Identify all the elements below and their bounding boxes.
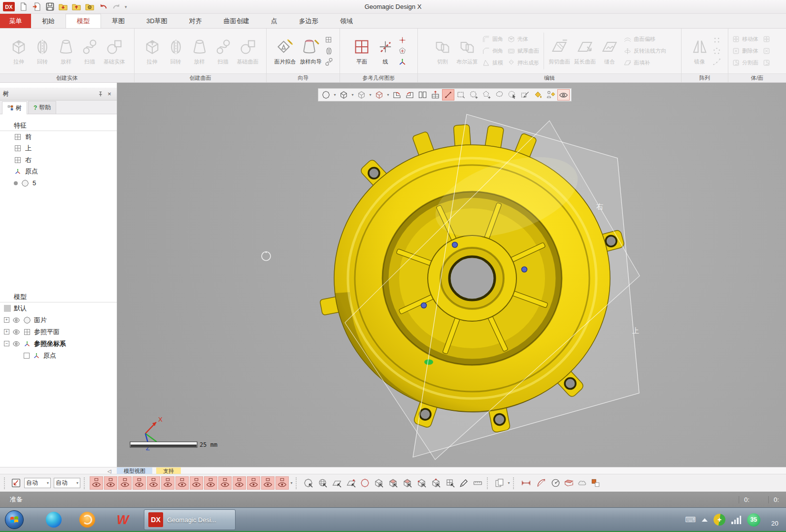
select-vertex-icon[interactable] [429, 476, 443, 490]
toggle-polygon-visibility-icon[interactable] [133, 476, 146, 490]
tab-align[interactable]: 对齐 [178, 14, 213, 28]
toggle-sketch-visibility-icon[interactable] [161, 476, 174, 490]
fill-face-button[interactable]: 面填补 [623, 58, 666, 68]
edge-browser-icon[interactable] [45, 511, 62, 528]
wps-office-icon[interactable]: W [114, 511, 131, 528]
keyboard-tray-icon[interactable]: ⌨ [685, 515, 696, 524]
select-edge-icon[interactable] [415, 476, 428, 490]
linear-pattern-icon[interactable] [712, 35, 721, 45]
dropdown-icon[interactable]: ▾ [386, 93, 390, 97]
tree-item-default[interactable]: 默认 [0, 302, 117, 314]
thicken-button[interactable]: 赋厚曲面 [507, 46, 539, 56]
extrude-wizard-icon[interactable] [324, 35, 334, 45]
toggle-surface-visibility-icon[interactable] [147, 476, 160, 490]
toggle-region-visibility-icon[interactable] [104, 476, 117, 490]
delete-face-icon[interactable] [762, 46, 771, 56]
toggle-3dsketch-visibility-icon[interactable] [175, 476, 189, 490]
fold-left-icon[interactable] [391, 89, 403, 100]
ref-polygon-icon[interactable] [398, 46, 407, 56]
collapse-icon[interactable]: − [4, 341, 9, 346]
ref-plane-button[interactable]: 平面 [350, 36, 373, 66]
select-curve-icon[interactable] [457, 476, 471, 490]
tab-model[interactable]: 模型 [66, 14, 101, 28]
ref-coordinate-icon[interactable] [398, 57, 407, 66]
toggle-measure-visibility-icon[interactable] [261, 476, 274, 490]
viewport-3d[interactable]: 右 上 X Y Z 25 mm [117, 83, 786, 467]
fold-right-icon[interactable] [404, 89, 416, 100]
reverse-normal-button[interactable]: 反转法线方向 [623, 46, 666, 56]
mesh-deviation-icon[interactable] [576, 476, 589, 490]
lasso-select-icon[interactable] [493, 89, 506, 100]
auto-combo-2[interactable]: 自动▾ [54, 478, 80, 488]
base-surface-button[interactable]: 基础曲面 [236, 36, 260, 66]
copy-icon[interactable] [493, 476, 506, 490]
cut-button[interactable]: 切割 [431, 36, 454, 66]
base-solid-button[interactable]: 基础实体 [102, 36, 127, 66]
tab-support[interactable]: 支持 [156, 467, 181, 474]
select-point-icon[interactable] [344, 476, 358, 490]
toggle-refline-visibility-icon[interactable] [204, 476, 217, 490]
dropdown-icon[interactable]: ▾ [350, 93, 355, 97]
draft-button[interactable]: 拔模 [482, 58, 503, 68]
checkbox-icon[interactable] [24, 353, 30, 359]
dropdown-icon[interactable]: ▾ [368, 93, 373, 97]
toggle-coordinate-visibility-icon[interactable] [247, 476, 260, 490]
tree-tab[interactable]: 树 [2, 101, 27, 114]
tree-item-right-plane[interactable]: 右 [0, 154, 117, 166]
security-badge-icon[interactable]: 35 [747, 513, 760, 527]
visibility-eye-icon[interactable] [557, 89, 570, 100]
sew-button[interactable]: 缝合 [598, 36, 621, 66]
tree-item-top-plane[interactable]: 上 [0, 143, 117, 155]
close-icon[interactable]: × [105, 90, 114, 99]
select-mesh-icon[interactable] [302, 476, 315, 490]
auto-combo-1[interactable]: 自动▾ [24, 478, 51, 488]
select-body-icon[interactable] [372, 476, 385, 490]
network-icon[interactable] [731, 515, 741, 524]
loft-wizard-button[interactable]: 放样向导 [299, 36, 323, 66]
eye-icon[interactable] [12, 328, 20, 336]
section-view-icon[interactable] [429, 89, 442, 100]
move-face-icon[interactable] [762, 34, 771, 44]
loft-surface-button[interactable]: 放样 [188, 36, 211, 66]
tab-3d-sketch[interactable]: 3D草图 [136, 14, 178, 28]
eye-icon[interactable] [12, 316, 20, 324]
dropdown-icon[interactable]: ▾ [333, 93, 337, 97]
brush-select-icon[interactable] [519, 89, 531, 100]
expand-icon[interactable]: + [4, 329, 9, 334]
select-surface-body-icon[interactable] [401, 476, 414, 490]
split-body-icon[interactable] [762, 58, 771, 68]
eye-icon[interactable] [12, 340, 20, 348]
menu-button[interactable]: 菜单 [0, 14, 31, 28]
tree-item-origin[interactable]: 原点 [0, 166, 117, 178]
help-tab[interactable]: ? 帮助 [28, 101, 56, 114]
measure-angle-icon[interactable] [535, 476, 548, 490]
orange-app-icon[interactable] [79, 511, 96, 528]
body-display-icon[interactable] [338, 89, 350, 100]
smart-select-icon[interactable] [506, 89, 518, 100]
extend-surface-button[interactable]: 延长曲面 [573, 36, 597, 66]
rectangle-select-icon[interactable] [455, 89, 467, 100]
select-region-icon[interactable] [316, 476, 329, 490]
toggle-curve-visibility-icon[interactable] [233, 476, 246, 490]
tree-item-5[interactable]: 5 [0, 177, 117, 189]
dropdown-icon[interactable]: ▾ [507, 481, 511, 485]
bounding-box-icon[interactable] [373, 89, 385, 100]
tab-point[interactable]: 点 [260, 14, 288, 28]
toggle-refpoint-visibility-icon[interactable] [190, 476, 203, 490]
line-select-icon[interactable] [442, 89, 454, 100]
curve-pattern-icon[interactable] [712, 57, 721, 66]
select-sketch-icon[interactable] [444, 476, 457, 490]
paint-all-icon[interactable] [545, 89, 557, 100]
toggle-annotation-visibility-icon[interactable] [275, 476, 289, 490]
tree-item-origin-child[interactable]: 原点 [0, 350, 117, 362]
offset-surface-button[interactable]: 曲面偏移 [623, 34, 666, 44]
split-view-icon[interactable] [416, 89, 429, 100]
tree-item-ref-planes[interactable]: +参照平面 [0, 326, 117, 338]
tree-item-ref-coordinates[interactable]: −参照坐标系 [0, 338, 117, 350]
chamfer-button[interactable]: 倒角 [482, 46, 503, 56]
mesh-fit-button[interactable]: 面片拟合 [273, 36, 298, 66]
toggle-refplane-visibility-icon[interactable] [218, 476, 232, 490]
taskbar-clock[interactable]: 20 [771, 520, 786, 527]
tab-surface-create[interactable]: 曲面创建 [213, 14, 260, 28]
select-measure-icon[interactable] [471, 476, 484, 490]
